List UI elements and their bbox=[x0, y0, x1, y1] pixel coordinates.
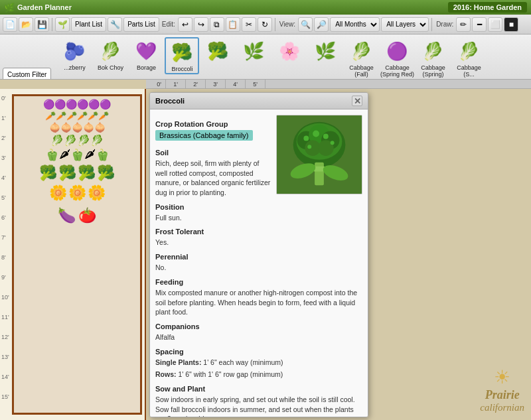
row-label-2: 2' bbox=[1, 135, 6, 141]
plant-carrot6: 🥕 bbox=[98, 111, 109, 121]
plant-icon-cabbage-spring: 🥬 bbox=[419, 37, 447, 65]
plant-name-cabbage-spring: Cabbage (Spring) bbox=[416, 65, 450, 78]
sep2 bbox=[275, 18, 275, 31]
plant-item-broccoli[interactable]: 🥦 Broccoli bbox=[165, 37, 199, 74]
companions-title: Companions bbox=[155, 322, 362, 330]
col-1: 1' bbox=[166, 80, 186, 88]
plant-beet: 🟣 bbox=[43, 99, 54, 109]
draw-line-btn[interactable]: ━ bbox=[472, 17, 487, 32]
plant-eggplant: 🍆 bbox=[58, 207, 76, 224]
feeding-text: Mix composted manure or another high-nit… bbox=[155, 288, 362, 317]
frost-title: Frost Tolerant bbox=[155, 228, 362, 236]
plant-lettuce1: 🥬 bbox=[50, 134, 64, 147]
rotate-btn[interactable]: ↻ bbox=[258, 17, 272, 32]
spacing-rows-bold: Rows: bbox=[155, 370, 177, 378]
plant-name-cabbage-fall: Cabbage (Fall) bbox=[344, 65, 378, 78]
draw-pencil-btn[interactable]: ✏ bbox=[456, 17, 471, 32]
plant-icon-cabbage-spring-red: 🟣 bbox=[383, 37, 411, 65]
row-label-5: 5' bbox=[1, 195, 6, 201]
plant-onion4: 🧅 bbox=[83, 122, 94, 133]
months-select[interactable]: All Months bbox=[330, 17, 380, 32]
sow-title: Sow and Plant bbox=[155, 385, 362, 393]
new-btn[interactable]: 📄 bbox=[3, 17, 17, 32]
draw-fill-btn[interactable]: ■ bbox=[504, 17, 518, 32]
plant-cauliflower2: 🌼 bbox=[68, 184, 86, 202]
draw-label: Draw: bbox=[436, 21, 453, 28]
spacing-rows: Rows: 1' 6" with 1' 6" row gap (minimum) bbox=[155, 370, 362, 380]
row-label-10: 10' bbox=[1, 295, 9, 301]
plant-beet5: 🟣 bbox=[88, 99, 100, 109]
zoom-in-btn[interactable]: 🔍 bbox=[298, 17, 313, 32]
plant-item-flower1[interactable]: 🌸 bbox=[272, 37, 307, 65]
col-4: 4' bbox=[226, 80, 246, 88]
redo-btn[interactable]: ↪ bbox=[194, 17, 208, 32]
plant-icon-btn[interactable]: 🌱 bbox=[55, 17, 70, 32]
info-panel-title: Broccoli bbox=[155, 97, 185, 105]
plant-item-blueberry[interactable]: 🫐 ...zberry bbox=[57, 37, 92, 72]
zoom-out-btn[interactable]: 🔎 bbox=[314, 17, 329, 32]
row-label-14: 14' bbox=[1, 374, 9, 380]
plant-icon-borage: 💜 bbox=[132, 37, 160, 65]
row-label-7: 7' bbox=[1, 235, 6, 241]
app-icon: 🌿 bbox=[4, 3, 15, 13]
plant-icon-herb1: 🌿 bbox=[240, 37, 267, 65]
plant-cauliflower3: 🌼 bbox=[88, 184, 106, 202]
garden-grid[interactable]: 0' 1' 2' 3' 4' 5' 6' 7' 8' 9' 10' 11' 12… bbox=[0, 89, 146, 420]
spacing-title: Spacing bbox=[155, 348, 362, 356]
plant-icon-bokchoy: 🥬 bbox=[96, 37, 124, 65]
plant-broccoli-g2: 🥦 bbox=[58, 165, 76, 182]
paste-btn[interactable]: 📋 bbox=[226, 17, 240, 32]
plant-item-cabbage2[interactable]: 🥦 bbox=[200, 37, 235, 65]
parts-list-btn[interactable]: Parts List bbox=[123, 17, 159, 32]
svg-point-10 bbox=[323, 134, 329, 139]
col-2: 2' bbox=[186, 80, 206, 88]
plant-item-borage[interactable]: 💜 Borage bbox=[129, 37, 163, 72]
row-label-8: 8' bbox=[1, 255, 6, 261]
draw-rect-btn[interactable]: ⬜ bbox=[488, 17, 502, 32]
plant-item-cabbage-s2[interactable]: 🥬 Cabbage (S... bbox=[451, 37, 486, 78]
sow-text: Sow indoors in early spring, and set out… bbox=[155, 395, 362, 417]
parts-icon-btn[interactable]: 🔧 bbox=[108, 17, 122, 32]
plant-icon-cabbage-s2: 🥬 bbox=[455, 37, 483, 65]
sep1 bbox=[52, 18, 52, 31]
col-0: 0' bbox=[153, 80, 166, 88]
plant-icon-cab2: 🥦 bbox=[204, 37, 232, 65]
custom-filter-box[interactable]: Custom Filter bbox=[3, 68, 51, 80]
col-3: 3' bbox=[206, 80, 226, 88]
row-label-9: 9' bbox=[1, 275, 6, 281]
plant-item-cabbage-spring[interactable]: 🥬 Cabbage (Spring) bbox=[416, 37, 450, 78]
plant-name-broccoli: Broccoli bbox=[171, 66, 192, 73]
feeding-title: Feeding bbox=[155, 278, 362, 286]
plant-beet3: 🟣 bbox=[66, 99, 77, 109]
undo-btn[interactable]: ↩ bbox=[178, 17, 192, 32]
plant-item-herb2[interactable]: 🌿 bbox=[308, 37, 342, 65]
row-label-4: 4' bbox=[1, 175, 6, 181]
plant-item-cabbage-fall[interactable]: 🥬 Cabbage (Fall) bbox=[344, 37, 378, 78]
plant-bar: Custom Filter 🫐 ...zberry 🥬 Bok Choy 💜 B… bbox=[0, 35, 531, 80]
spacing-single-bold: Single Plants: bbox=[155, 358, 201, 366]
plant-beet4: 🟣 bbox=[77, 99, 88, 109]
plant-icon-herb2: 🌿 bbox=[311, 37, 339, 65]
layers-select[interactable]: All Layers bbox=[381, 17, 429, 32]
plant-list-btn[interactable]: Plant List bbox=[71, 17, 106, 32]
plant-pepper4: 🌶 bbox=[84, 148, 96, 162]
svg-point-12 bbox=[307, 145, 311, 149]
plant-carrot3: 🥕 bbox=[66, 111, 77, 121]
plant-icon-flower1: 🌸 bbox=[275, 37, 303, 65]
plant-item-herb1[interactable]: 🌿 bbox=[236, 37, 271, 65]
plant-item-cabbage-spring-red[interactable]: 🟣 Cabbage (Spring Red) bbox=[380, 37, 414, 78]
info-panel-close-btn[interactable]: ✕ bbox=[352, 96, 362, 106]
svg-point-9 bbox=[313, 131, 319, 137]
open-btn[interactable]: 📂 bbox=[19, 17, 33, 32]
plant-carrot4: 🥕 bbox=[77, 111, 88, 121]
plant-item-bokchoy[interactable]: 🥬 Bok Choy bbox=[93, 37, 127, 72]
custom-filter-label: Custom Filter bbox=[7, 71, 46, 78]
plant-name-blueberry: ...zberry bbox=[64, 65, 86, 72]
delete-btn[interactable]: ✂ bbox=[242, 17, 256, 32]
col-5: 5' bbox=[246, 80, 266, 88]
garden-plot: 🟣 🟣 🟣 🟣 🟣 🟣 🥕 🥕 🥕 🥕 🥕 🥕 🧅 🧅 🧅 bbox=[12, 94, 142, 415]
save-btn[interactable]: 💾 bbox=[35, 17, 49, 32]
svg-point-11 bbox=[331, 141, 335, 145]
copy-btn[interactable]: ⧉ bbox=[210, 17, 224, 32]
plant-onion3: 🧅 bbox=[72, 122, 83, 133]
